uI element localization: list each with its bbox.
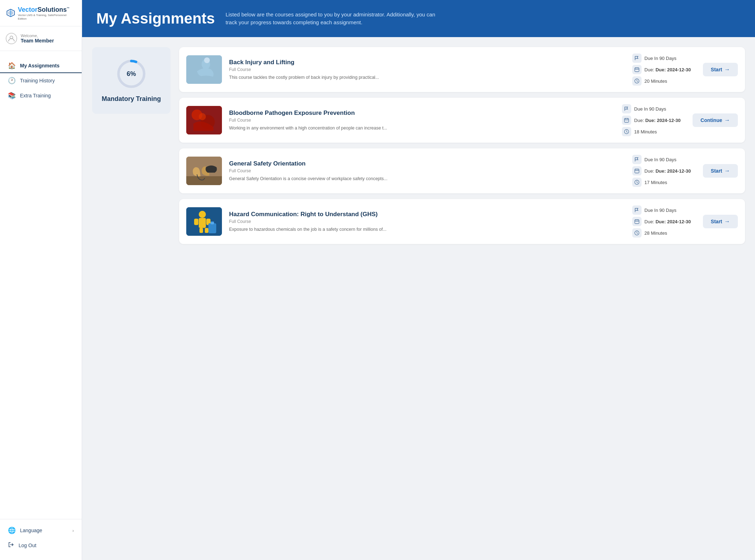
main-content: My Assignments Listed below are the cour…	[82, 0, 755, 560]
user-section: Welcome, Team Member	[0, 26, 82, 51]
nav-training-history-label: Training History	[20, 78, 55, 83]
arrow-icon: →	[724, 218, 730, 225]
page-header: My Assignments Listed below are the cour…	[82, 0, 755, 37]
logo-brand-text: VectorSolutions™	[18, 6, 76, 13]
due-date-label: Due: Due: 2024-12-30	[634, 118, 680, 123]
duration-label: 28 Minutes	[644, 230, 667, 236]
sidebar: VectorSolutions™ Vector LMS & Training, …	[0, 0, 82, 560]
flag-icon	[632, 54, 642, 63]
flag-icon	[622, 104, 631, 113]
course-thumbnail-general-safety	[186, 157, 222, 185]
calendar-icon	[632, 166, 642, 175]
svg-rect-34	[194, 219, 198, 225]
course-desc-general-safety: General Safety Orientation is a concise …	[229, 175, 625, 182]
svg-point-9	[204, 57, 210, 63]
sidebar-item-language[interactable]: 🌐 Language ›	[0, 523, 82, 538]
course-meta-back-injury: Due In 90 Days Due: Due: 2024-12-30 20 M…	[632, 54, 693, 86]
due-in-row: Due In 90 Days	[632, 54, 693, 63]
user-name-label: Team Member	[21, 38, 54, 44]
svg-point-40	[211, 222, 214, 224]
svg-rect-36	[199, 228, 203, 233]
due-in-label: Due In 90 Days	[644, 157, 677, 162]
avatar	[6, 33, 17, 44]
progress-circle: 6%	[115, 58, 147, 90]
course-title-hazard: Hazard Communication: Right to Understan…	[229, 210, 625, 218]
nav-extra-training-label: Extra Training	[20, 93, 51, 98]
logo-subtitle: Vector LMS & Training, SafePersonnel Edi…	[18, 14, 76, 21]
start-button-hazard[interactable]: Start →	[703, 215, 738, 228]
home-icon: 🏠	[8, 62, 16, 70]
course-action-general-safety: Start →	[703, 164, 738, 178]
sidebar-item-my-assignments[interactable]: 🏠 My Assignments	[0, 58, 82, 73]
svg-point-32	[199, 211, 206, 218]
page-title: My Assignments	[96, 10, 215, 27]
course-desc-back-injury: This course tackles the costly problem o…	[229, 74, 625, 81]
due-date-label: Due: Due: 2024-12-30	[644, 168, 691, 174]
course-title-back-injury: Back Injury and Lifting	[229, 58, 625, 66]
clock-icon	[622, 127, 631, 136]
nav-section: 🏠 My Assignments 🕐 Training History 📚 Ex…	[0, 51, 82, 519]
calendar-icon	[632, 217, 642, 226]
course-desc-hazard: Exposure to hazardous chemicals on the j…	[229, 226, 625, 233]
svg-rect-38	[208, 223, 216, 233]
sidebar-bottom-nav: 🌐 Language › Log Out	[0, 519, 82, 560]
due-in-label: Due In 90 Days	[644, 56, 677, 61]
course-title-general-safety: General Safety Orientation	[229, 160, 625, 168]
sidebar-item-logout[interactable]: Log Out	[0, 538, 82, 553]
due-date-label: Due: Due: 2024-12-30	[644, 67, 691, 72]
continue-button-bloodborne[interactable]: Continue →	[693, 113, 738, 127]
books-icon: 📚	[8, 92, 16, 100]
start-button-back-injury[interactable]: Start →	[703, 63, 738, 76]
svg-rect-41	[635, 220, 639, 224]
course-desc-bloodborne: Working in any environment with a high c…	[229, 125, 615, 132]
progress-percent-label: 6%	[127, 70, 136, 78]
clock-icon	[632, 178, 642, 187]
nav-logout-label: Log Out	[19, 543, 36, 548]
course-type-bloodborne: Full Course	[229, 118, 615, 123]
courses-list: Back Injury and Lifting Full Course This…	[179, 47, 745, 550]
globe-icon: 🌐	[8, 526, 16, 534]
sidebar-item-training-history[interactable]: 🕐 Training History	[0, 73, 82, 88]
course-info-hazard: Hazard Communication: Right to Understan…	[229, 210, 625, 233]
arrow-icon: →	[724, 168, 730, 174]
course-meta-general-safety: Due In 90 Days Due: Due: 2024-12-30 17 M…	[632, 155, 693, 187]
duration-row: 20 Minutes	[632, 76, 693, 86]
due-date-label: Due: Due: 2024-12-30	[644, 219, 691, 224]
course-card-hazard-communication: Hazard Communication: Right to Understan…	[179, 199, 745, 244]
logo-section: VectorSolutions™ Vector LMS & Training, …	[0, 0, 82, 26]
mandatory-training-label: Mandatory Training	[102, 95, 161, 103]
sidebar-item-extra-training[interactable]: 📚 Extra Training	[0, 88, 82, 103]
svg-rect-25	[186, 176, 222, 185]
due-in-label: Due In 90 Days	[634, 106, 666, 112]
course-type-hazard: Full Course	[229, 219, 625, 224]
course-type-general-safety: Full Course	[229, 168, 625, 173]
arrow-icon: →	[724, 117, 730, 123]
course-type-back-injury: Full Course	[229, 67, 625, 72]
course-card-bloodborne: Bloodborne Pathogen Exposure Prevention …	[179, 98, 745, 143]
clock-icon	[632, 228, 642, 238]
vector-solutions-logo-icon	[6, 9, 16, 19]
chevron-right-icon: ›	[72, 528, 74, 533]
arrow-icon: →	[724, 66, 730, 73]
course-meta-hazard: Due In 90 Days Due: Due: 2024-12-30 28 M…	[632, 205, 693, 238]
course-title-bloodborne: Bloodborne Pathogen Exposure Prevention	[229, 109, 615, 117]
due-date-row: Due: Due: 2024-12-30	[632, 65, 693, 74]
course-card-back-injury: Back Injury and Lifting Full Course This…	[179, 47, 745, 92]
calendar-icon	[622, 116, 631, 125]
logout-icon	[8, 541, 14, 549]
duration-label: 18 Minutes	[634, 129, 657, 134]
content-area: 6% Mandatory Training	[82, 37, 755, 560]
svg-point-18	[199, 113, 206, 120]
flag-icon	[632, 155, 642, 164]
clock-icon	[632, 76, 642, 86]
nav-language-label: Language	[20, 528, 42, 533]
mandatory-training-progress-card: 6% Mandatory Training	[92, 47, 171, 114]
history-icon: 🕐	[8, 77, 16, 85]
course-info-general-safety: General Safety Orientation Full Course G…	[229, 160, 625, 182]
course-card-general-safety: General Safety Orientation Full Course G…	[179, 148, 745, 193]
course-info-back-injury: Back Injury and Lifting Full Course This…	[229, 58, 625, 81]
user-welcome-label: Welcome,	[21, 34, 54, 38]
duration-label: 20 Minutes	[644, 78, 667, 84]
course-thumbnail-hazard	[186, 207, 222, 236]
start-button-general-safety[interactable]: Start →	[703, 164, 738, 178]
